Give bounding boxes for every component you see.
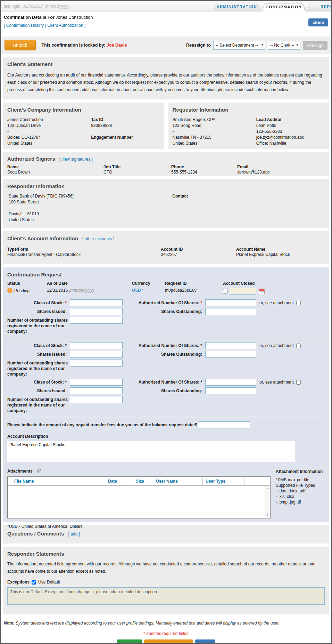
other-accounts-link[interactable]: [ other accounts ] (82, 236, 114, 241)
tab-report[interactable]: REPORT (307, 2, 332, 11)
view-signatures-link[interactable]: [ view signatures ] (59, 157, 93, 162)
confirmation-request-title: Confirmation Request (7, 272, 325, 277)
attach-header-filename: File Name (8, 477, 105, 485)
account-info-table: Type/Form Account ID Account Name Financ… (7, 247, 325, 257)
required-asterisk: * (65, 380, 67, 385)
department-select[interactable]: -- Select Department -- (213, 41, 265, 50)
status-value: ! Pending (7, 288, 47, 293)
department-select-wrap: -- Select Department -- ▼ (213, 41, 265, 50)
reassign-button[interactable]: reassign (303, 41, 327, 50)
exception-textarea[interactable]: This is our Default Exception. If you ch… (7, 587, 325, 605)
outstanding-registered-input[interactable] (70, 317, 123, 324)
outstanding-registered-input[interactable] (70, 396, 123, 403)
tax-id-label: Tax ID (91, 117, 159, 123)
reassign-controls: Reassign to -- Select Department -- ▼ --… (186, 41, 327, 50)
see-attachment-checkbox[interactable] (296, 301, 301, 305)
transfer-fee-input[interactable] (198, 421, 250, 428)
footer-note: Note: System dates and text are displaye… (4, 621, 328, 626)
account-description-textarea[interactable]: Planet Express Capital Stocks (7, 441, 295, 462)
account-info-title: Client's Account Information [ other acc… (7, 235, 325, 241)
confirm-button[interactable]: confirm (117, 639, 142, 644)
shares-issued-input[interactable] (70, 387, 123, 394)
close-button-top[interactable]: close (308, 18, 328, 26)
authorized-signers-title: Authorized Signers [ view signatures ] (7, 156, 325, 162)
required-asterisk: * (200, 343, 202, 348)
confirmation-history-link[interactable]: Confirmation History (6, 23, 44, 28)
signers-table: Name Job Title Phone Email Scott Brown C… (7, 164, 325, 175)
see-attachment-checkbox[interactable] (296, 344, 301, 348)
date-format-hint: (mm/dd/yyyy) (69, 288, 94, 293)
other-response-button[interactable]: other response▲ (144, 639, 193, 644)
scroll-down-icon[interactable]: ▼ (266, 514, 269, 517)
required-fields-note: * denotes required fields (4, 631, 328, 636)
class-of-stock-input[interactable] (70, 342, 123, 349)
up-triangle-icon: ▲ (183, 642, 189, 644)
company-ids: Tax ID 983939398 Engagement Number (91, 117, 159, 146)
authorized-shares-input[interactable] (205, 299, 256, 306)
class-of-stock-label: Class of Stock: (34, 300, 64, 305)
table-row: sbrown@123.abc (237, 170, 325, 175)
page-title: Confirmation Details For Jones Construct… (4, 15, 328, 20)
account-closed-date-input[interactable] (230, 288, 256, 295)
responder-info-title: Responder Information (7, 183, 325, 189)
shares-outstanding-input[interactable] (205, 308, 256, 315)
requestor-info-section: Requestor Information Smith And Rogers C… (168, 103, 329, 149)
authorized-shares-input[interactable] (205, 379, 256, 386)
client-authorization-link[interactable]: Client Authorization (47, 23, 83, 28)
table-row: CFO (103, 170, 171, 175)
requestor-info-title: Requestor Information (173, 107, 325, 113)
required-asterisk: * (200, 380, 202, 385)
calendar-icon[interactable] (259, 289, 265, 294)
client-statement-title: Client's Statement (7, 61, 325, 67)
lock-bar: unlock This confirmation is locked by: J… (1, 37, 331, 54)
tab-confirmation-label: CONFIRMATION (266, 5, 302, 9)
locked-by-name: Joe Davis (107, 43, 127, 48)
account-description-label: Account Description (7, 434, 325, 439)
company-address: Jones Construction 123 Duncan Drive - Bo… (7, 117, 91, 146)
unlock-button[interactable]: unlock (5, 40, 36, 50)
outstanding-registered-label: Number of outstanding shares registered … (7, 317, 70, 334)
stock-block-3: Class of Stock: * Authorized Number Of S… (7, 379, 325, 413)
clerk-select[interactable]: -- No Clerk -- (268, 41, 300, 50)
required-asterisk: * (200, 300, 202, 305)
authorized-shares-input[interactable] (205, 342, 256, 349)
tax-id-value: 983939398 (91, 123, 159, 129)
tab-report-label: REPORT (321, 5, 332, 9)
footer-note-label: Note: (4, 621, 15, 626)
see-attachment-checkbox[interactable] (296, 380, 301, 385)
close-button-bottom[interactable]: close (195, 639, 215, 644)
use-default-checkbox[interactable] (32, 580, 36, 585)
shares-outstanding-input[interactable] (205, 351, 256, 358)
tab-administration[interactable]: ADMINISTRATION (214, 2, 260, 11)
class-of-stock-label: Class of Stock: (34, 380, 64, 385)
currency-link[interactable]: USD * (132, 288, 143, 293)
lead-auditor-info: Lead Auditor Leah Potts 123-555-3333 joe… (256, 117, 325, 146)
transfer-fee-label: Please indicate the amount of any unpaid… (7, 422, 195, 427)
tab-administration-label: ADMINISTRATION (217, 5, 257, 9)
shares-issued-input[interactable] (70, 308, 123, 315)
locked-message: This confirmation is locked by: Joe Davi… (41, 43, 127, 48)
as-of-date-value: 12/31/2016 (mm/dd/yyyy) (47, 288, 132, 293)
attach-header-size: Size (133, 477, 153, 485)
class-of-stock-input[interactable] (70, 379, 123, 386)
contact-label: Contact (172, 193, 325, 199)
add-comment-link[interactable]: [ add ] (68, 532, 80, 537)
class-of-stock-input[interactable] (70, 299, 123, 306)
action-buttons: confirm other response▲ close (4, 639, 328, 644)
divider (7, 338, 325, 338)
pending-status-icon: ! (7, 288, 13, 293)
shares-outstanding-input[interactable] (205, 387, 256, 394)
top-strip: last login: 02/06/2017 (mm/dd/yyyy) ADMI… (1, 1, 331, 11)
outstanding-registered-input[interactable] (70, 360, 123, 367)
paperclip-icon[interactable] (35, 468, 42, 474)
tab-confirmation[interactable]: CONFIRMATION (262, 2, 305, 11)
account-closed-checkbox[interactable] (223, 289, 227, 293)
shares-issued-input[interactable] (70, 351, 123, 358)
scroll-up-icon[interactable]: ▲ (266, 487, 269, 490)
attachments-scrollbar[interactable]: ▲ ▼ (265, 486, 270, 518)
exceptions-label: Exceptions (7, 580, 30, 585)
locked-message-text: This confirmation is locked by: (41, 43, 105, 48)
client-statement-section: Client's Statement Our Auditors are cond… (3, 57, 329, 99)
table-row: Scott Brown (7, 170, 103, 175)
currency-symbol: $ (195, 422, 197, 427)
